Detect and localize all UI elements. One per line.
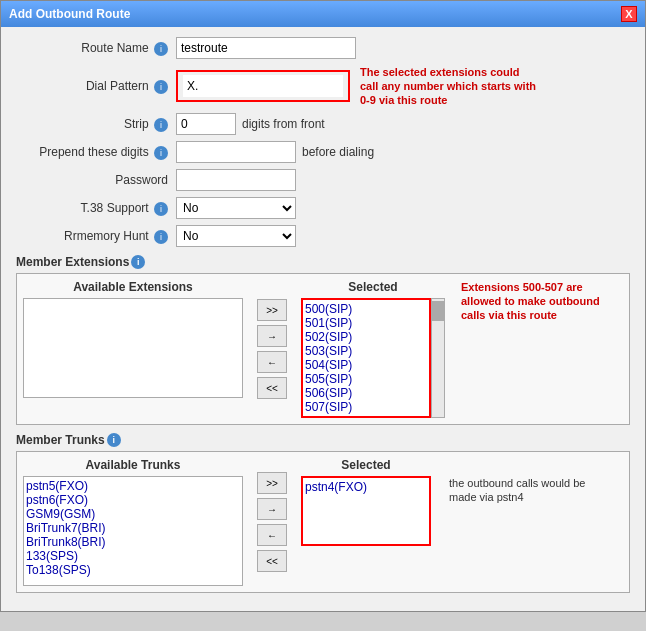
trunk-move-right-button[interactable]: → bbox=[257, 498, 287, 520]
dial-pattern-input-wrapper bbox=[176, 70, 350, 102]
list-item[interactable]: pstn4(FXO) bbox=[305, 480, 427, 494]
rrmemory-label: Rrmemory Hunt i bbox=[16, 229, 176, 244]
trunk-move-all-left-button[interactable]: << bbox=[257, 550, 287, 572]
form-content: Route Name i Dial Pattern i The selected… bbox=[1, 27, 645, 611]
password-label: Password bbox=[16, 173, 176, 187]
trunk-move-left-button[interactable]: ← bbox=[257, 524, 287, 546]
selected-extensions-col: Selected 500(SIP)501(SIP)502(SIP)503(SIP… bbox=[301, 280, 445, 418]
selected-extensions-list[interactable]: 500(SIP)501(SIP)502(SIP)503(SIP)504(SIP)… bbox=[301, 298, 431, 418]
list-item[interactable]: BriTrunk7(BRI) bbox=[26, 521, 240, 535]
prepend-label: Prepend these digits i bbox=[16, 145, 176, 160]
prepend-info-icon[interactable]: i bbox=[154, 146, 168, 160]
available-trunks-list[interactable]: pstn5(FXO)pstn6(FXO)GSM9(GSM)BriTrunk7(B… bbox=[23, 476, 243, 586]
strip-suffix: digits from front bbox=[242, 117, 325, 131]
dial-pattern-input[interactable] bbox=[183, 75, 343, 97]
prepend-row: Prepend these digits i before dialing bbox=[16, 141, 630, 163]
strip-label: Strip i bbox=[16, 117, 176, 132]
list-item[interactable]: 504(SIP) bbox=[305, 358, 427, 372]
trunks-arrow-col: >> → ← << bbox=[251, 458, 293, 586]
route-name-label: Route Name i bbox=[16, 41, 176, 56]
list-item[interactable]: pstn5(FXO) bbox=[26, 479, 240, 493]
list-item[interactable]: 506(SIP) bbox=[305, 386, 427, 400]
available-extensions-header: Available Extensions bbox=[23, 280, 243, 294]
close-button[interactable]: X bbox=[621, 6, 637, 22]
dial-pattern-row: Dial Pattern i The selected extensions c… bbox=[16, 65, 630, 107]
dial-pattern-hint: The selected extensions could call any n… bbox=[360, 65, 540, 107]
list-item[interactable]: 501(SIP) bbox=[305, 316, 427, 330]
member-trunks-box: Available Trunks pstn5(FXO)pstn6(FXO)GSM… bbox=[16, 451, 630, 593]
prepend-input[interactable] bbox=[176, 141, 296, 163]
member-extensions-info-icon[interactable]: i bbox=[131, 255, 145, 269]
trunks-hint: the outbound calls would be made via pst… bbox=[449, 476, 599, 586]
selected-extensions-header: Selected bbox=[301, 280, 445, 294]
member-extensions-header: Member Extensions i bbox=[16, 255, 630, 269]
ext-move-right-button[interactable]: → bbox=[257, 325, 287, 347]
route-name-row: Route Name i bbox=[16, 37, 630, 59]
list-item[interactable]: To138(SPS) bbox=[26, 563, 240, 577]
prepend-suffix: before dialing bbox=[302, 145, 374, 159]
rrmemory-select[interactable]: No Yes bbox=[176, 225, 296, 247]
extensions-columns: Available Extensions >> → ← << Selected … bbox=[23, 280, 623, 418]
list-item[interactable]: 505(SIP) bbox=[305, 372, 427, 386]
trunks-columns: Available Trunks pstn5(FXO)pstn6(FXO)GSM… bbox=[23, 458, 623, 586]
list-item[interactable]: 133(SPS) bbox=[26, 549, 240, 563]
extensions-hint: Extensions 500-507 are allowed to make o… bbox=[461, 280, 623, 418]
selected-trunks-col: Selected pstn4(FXO) bbox=[301, 458, 431, 586]
ext-move-all-right-button[interactable]: >> bbox=[257, 299, 287, 321]
route-name-input[interactable] bbox=[176, 37, 356, 59]
title-bar: Add Outbound Route X bbox=[1, 1, 645, 27]
add-outbound-route-window: Add Outbound Route X Route Name i Dial P… bbox=[0, 0, 646, 612]
available-trunks-col: Available Trunks pstn5(FXO)pstn6(FXO)GSM… bbox=[23, 458, 243, 586]
list-item[interactable]: GSM9(GSM) bbox=[26, 507, 240, 521]
ext-scrollbar[interactable] bbox=[431, 298, 445, 418]
selected-trunks-header: Selected bbox=[301, 458, 431, 472]
password-input[interactable] bbox=[176, 169, 296, 191]
ext-move-all-left-button[interactable]: << bbox=[257, 377, 287, 399]
window-title: Add Outbound Route bbox=[9, 7, 130, 21]
dial-pattern-info-icon[interactable]: i bbox=[154, 80, 168, 94]
list-item[interactable]: 507(SIP) bbox=[305, 400, 427, 414]
list-item[interactable]: BriTrunk8(BRI) bbox=[26, 535, 240, 549]
ext-move-left-button[interactable]: ← bbox=[257, 351, 287, 373]
strip-info-icon[interactable]: i bbox=[154, 118, 168, 132]
t38-select[interactable]: No Yes bbox=[176, 197, 296, 219]
available-extensions-col: Available Extensions bbox=[23, 280, 243, 418]
list-item[interactable]: pstn6(FXO) bbox=[26, 493, 240, 507]
t38-label: T.38 Support i bbox=[16, 201, 176, 216]
rrmemory-row: Rrmemory Hunt i No Yes bbox=[16, 225, 630, 247]
list-item[interactable]: 503(SIP) bbox=[305, 344, 427, 358]
strip-input[interactable] bbox=[176, 113, 236, 135]
trunk-move-all-right-button[interactable]: >> bbox=[257, 472, 287, 494]
member-trunks-info-icon[interactable]: i bbox=[107, 433, 121, 447]
available-trunks-header: Available Trunks bbox=[23, 458, 243, 472]
extensions-arrow-col: >> → ← << bbox=[251, 280, 293, 418]
selected-ext-wrapper: 500(SIP)501(SIP)502(SIP)503(SIP)504(SIP)… bbox=[301, 298, 445, 418]
t38-row: T.38 Support i No Yes bbox=[16, 197, 630, 219]
dial-pattern-label: Dial Pattern i bbox=[16, 79, 176, 94]
route-name-info-icon[interactable]: i bbox=[154, 42, 168, 56]
ext-scrollbar-thumb bbox=[432, 301, 444, 321]
list-item[interactable]: 502(SIP) bbox=[305, 330, 427, 344]
available-extensions-list[interactable] bbox=[23, 298, 243, 398]
selected-trunks-list[interactable]: pstn4(FXO) bbox=[301, 476, 431, 546]
rrmemory-info-icon[interactable]: i bbox=[154, 230, 168, 244]
password-row: Password bbox=[16, 169, 630, 191]
list-item[interactable]: 500(SIP) bbox=[305, 302, 427, 316]
member-trunks-header: Member Trunks i bbox=[16, 433, 630, 447]
strip-row: Strip i digits from front bbox=[16, 113, 630, 135]
t38-info-icon[interactable]: i bbox=[154, 202, 168, 216]
member-extensions-box: Available Extensions >> → ← << Selected … bbox=[16, 273, 630, 425]
